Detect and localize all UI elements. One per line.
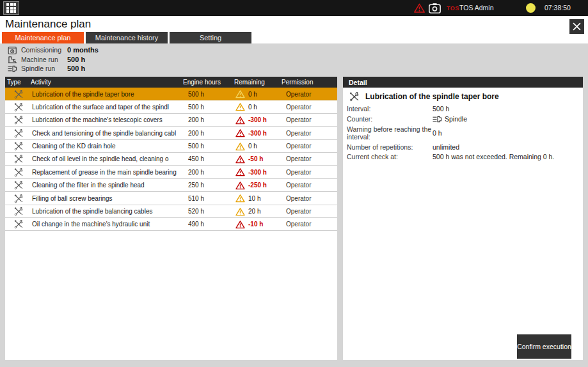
page-title: Maintenance plan	[5, 18, 91, 31]
remaining-cell: 0 h	[248, 104, 257, 111]
detail-title: Lubrication of the spindle taper bore	[365, 92, 499, 101]
engine-hours-cell: 250 h	[188, 182, 204, 189]
alert-triangle-icon	[235, 155, 245, 164]
spindle-icon	[8, 65, 17, 73]
detail-row: Interval:500 h	[347, 105, 578, 113]
permission-cell: Operator	[286, 155, 311, 162]
alert-triangle-icon	[235, 220, 245, 229]
permission-cell: Operator	[286, 195, 311, 202]
counter-row: Machine run500 h	[8, 55, 99, 65]
column-header-activity: Activity	[31, 79, 51, 86]
remaining-cell: -50 h	[248, 155, 263, 162]
detail-value-text: Spindle	[445, 115, 467, 123]
tab-maintenance-plan[interactable]: Maintenance plan	[2, 32, 84, 43]
counter-label: Spindle run	[21, 65, 67, 72]
permission-cell: Operator	[286, 182, 311, 189]
detail-row: Counter:Spindle	[347, 115, 578, 123]
engine-hours-cell: 520 h	[188, 208, 204, 215]
detail-value-text: 0 h	[433, 129, 442, 137]
tools-icon	[13, 219, 24, 229]
tab-setting[interactable]: Setting	[170, 32, 251, 43]
tools-icon	[13, 129, 24, 138]
permission-cell: Operator	[286, 104, 311, 111]
status-indicator-dot	[526, 3, 536, 13]
detail-label: Warning before reaching the interval:	[347, 125, 433, 141]
permission-cell: Operator	[286, 116, 311, 123]
activity-cell: Lubrication of the spindle taper bore	[32, 91, 134, 98]
grid-icon	[6, 3, 16, 13]
counter-value: 500 h	[67, 65, 99, 72]
system-topbar: TOS TOS Admin 07:38:50	[0, 0, 588, 16]
maintenance-type-icon	[349, 91, 360, 102]
tab-bar: Maintenance planMaintenance historySetti…	[2, 32, 251, 43]
table-row[interactable]: Cleaning of the filter in the spindle he…	[5, 179, 337, 192]
table-header: TypeActivityEngine hoursRemainingPermiss…	[5, 77, 337, 88]
remaining-cell: 0 h	[248, 143, 257, 150]
engine-hours-cell: 450 h	[188, 155, 204, 162]
engine-hours-cell: 200 h	[188, 116, 204, 123]
engine-hours-cell: 510 h	[188, 195, 204, 202]
app-menu-button[interactable]	[3, 1, 19, 15]
table-body: Lubrication of the spindle taper bore500…	[5, 88, 337, 231]
tools-icon	[13, 207, 24, 216]
detail-row: Number of repetitions:unlimited	[347, 143, 578, 151]
table-row[interactable]: Filling of ball screw bearings510 h10 hO…	[5, 192, 337, 205]
detail-value-text: 500 h was not exceeded. Remaining 0 h.	[433, 153, 554, 160]
activity-cell: Replacement of grease in the main spindl…	[32, 169, 177, 176]
tab-maintenance-history[interactable]: Maintenance history	[86, 32, 168, 43]
clock-time: 07:38:50	[544, 4, 571, 12]
counter-value: 0 months	[67, 46, 99, 54]
activity-cell: Lubrication of the surface and taper of …	[32, 104, 169, 111]
confirm-execution-button[interactable]: Confirm execution	[517, 334, 571, 359]
tos-logo: TOS	[447, 5, 459, 12]
tools-icon	[13, 180, 24, 190]
detail-value: Spindle	[433, 115, 467, 123]
table-row[interactable]: Lubrication of the spindle balancing cab…	[5, 205, 337, 218]
screenshot-camera-icon[interactable]	[428, 2, 441, 14]
detail-value: 500 h was not exceeded. Remaining 0 h.	[433, 153, 554, 160]
tools-icon	[13, 168, 24, 177]
column-header-engine-hours: Engine hours	[183, 79, 221, 86]
activity-cell: Lubrication of the machine's telescopic …	[32, 116, 163, 123]
counter-value: 500 h	[67, 56, 99, 63]
alert-triangle-icon	[235, 181, 245, 190]
remaining-cell: -300 h	[248, 116, 267, 123]
calendar-clock-icon	[8, 46, 17, 54]
detail-value: unlimited	[433, 143, 459, 151]
alert-triangle-icon	[235, 168, 245, 176]
remaining-cell: 10 h	[248, 195, 260, 202]
table-row[interactable]: Replacement of grease in the main spindl…	[5, 166, 337, 178]
counter-row: Spindle run500 h	[8, 64, 99, 74]
counter-label: Machine run	[21, 56, 67, 63]
close-button[interactable]	[569, 19, 584, 34]
activity-cell: Check of oil level in the spindle head, …	[32, 155, 168, 162]
permission-cell: Operator	[286, 91, 311, 98]
engine-hours-cell: 500 h	[188, 104, 204, 111]
permission-cell: Operator	[286, 221, 311, 228]
counter-row: Comissioning0 months	[8, 45, 99, 55]
remaining-cell: 20 h	[248, 208, 260, 215]
engine-hours-cell: 200 h	[188, 130, 204, 137]
activity-cell: Oil change in the machine's hydraulic un…	[32, 221, 150, 228]
table-row[interactable]: Lubrication of the spindle taper bore500…	[5, 88, 337, 100]
column-header-remaining: Remaining	[234, 79, 265, 86]
table-row[interactable]: Lubrication of the machine's telescopic …	[5, 114, 337, 127]
tools-icon	[13, 90, 24, 99]
table-row[interactable]: Lubrication of the surface and taper of …	[5, 100, 337, 113]
permission-cell: Operator	[286, 208, 311, 215]
detail-rows: Interval:500 hCounter:SpindleWarning bef…	[347, 105, 578, 163]
detail-value: 500 h	[433, 105, 449, 113]
warning-triangle-icon	[235, 194, 245, 203]
spindle-icon	[433, 115, 442, 123]
table-row[interactable]: Cleaning of the KD drain hole500 h0 hOpe…	[5, 140, 337, 153]
remaining-cell: -300 h	[248, 169, 267, 176]
detail-label: Interval:	[347, 105, 433, 113]
table-row[interactable]: Check and tensioning of the spindle bala…	[5, 127, 337, 139]
alarm-warning-icon[interactable]	[413, 3, 425, 13]
table-row[interactable]: Check of oil level in the spindle head, …	[5, 153, 337, 166]
table-row[interactable]: Oil change in the machine's hydraulic un…	[5, 218, 337, 231]
warning-triangle-icon	[235, 207, 245, 216]
activity-cell: Lubrication of the spindle balancing cab…	[32, 208, 152, 215]
detail-panel: Detail Lubrication of the spindle taper …	[343, 77, 583, 360]
detail-label: Current check at:	[347, 153, 433, 160]
